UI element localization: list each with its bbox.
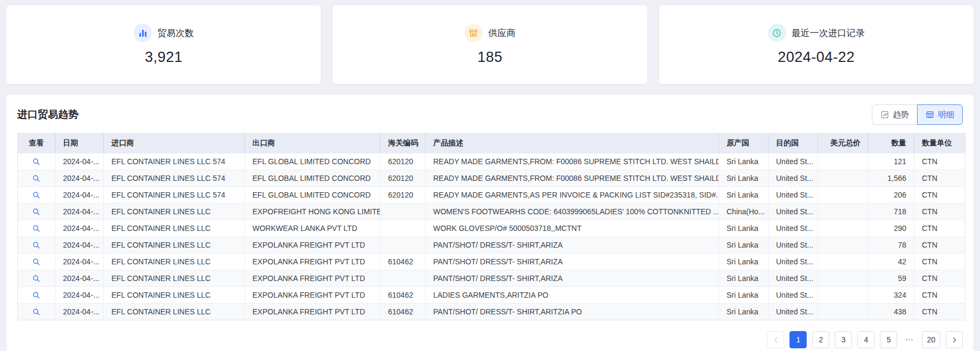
pagination-prev-button <box>767 331 784 348</box>
pagination-ellipsis[interactable]: ••• <box>903 337 916 342</box>
cell-hs-code <box>380 203 426 220</box>
cell-destination: United St... <box>769 287 818 304</box>
cell-hs-code: 620120 <box>380 153 426 170</box>
cell-quantity: 78 <box>869 237 914 254</box>
cell-hs-code <box>380 237 426 254</box>
cell-exporter: EXPOFREIGHT HONG KONG LIMITED <box>245 203 380 220</box>
cell-origin: Sri Lanka <box>719 153 769 170</box>
cell-description: PANT/SHOT/ DRESS/T- SHIRT,ARIZA <box>426 237 719 254</box>
search-icon[interactable] <box>32 191 40 199</box>
cell-date: 2024-04-... <box>55 170 104 187</box>
view-cell <box>18 270 55 287</box>
cell-description: WORK GLOVESP/O# 5000503718,,MCTNT <box>426 220 719 237</box>
table-row: 2024-04-...EFL CONTAINER LINES LLCEXPOLA… <box>18 237 965 254</box>
cell-destination: United St... <box>769 153 818 170</box>
search-icon[interactable] <box>32 224 40 233</box>
cell-usd-total <box>818 254 869 270</box>
cell-quantity: 438 <box>869 304 914 320</box>
pagination-page-button[interactable]: 3 <box>835 331 852 348</box>
cell-date: 2024-04-... <box>55 220 104 237</box>
trend-view-button[interactable]: 趋势 <box>872 104 918 125</box>
cell-origin: China(Ho... <box>719 203 769 220</box>
table-grid-icon <box>926 110 934 119</box>
search-icon[interactable] <box>32 308 40 316</box>
cell-date: 2024-04-... <box>55 287 104 304</box>
cell-usd-total <box>818 203 869 220</box>
pagination: 12345•••20 <box>17 331 963 348</box>
search-icon[interactable] <box>32 174 40 182</box>
search-icon[interactable] <box>32 275 40 283</box>
pagination-page-button[interactable]: 2 <box>812 331 829 348</box>
cell-importer: EFL CONTAINER LINES LLC 574 <box>104 153 245 170</box>
view-toggle-group: 趋势 明细 <box>872 104 963 125</box>
detail-view-button[interactable]: 明细 <box>917 104 963 125</box>
cell-unit: CTN <box>914 304 965 320</box>
panel-header: 进口贸易趋势 趋势 <box>17 104 963 125</box>
stat-card-latest-import: 最近一次进口记录 2024-04-22 <box>659 5 974 84</box>
column-header: 原产国 <box>719 134 769 153</box>
stat-card-suppliers: 供应商 185 <box>333 5 647 84</box>
trade-dashboard-page: 贸易次数 3,921 供应商 185 <box>0 0 980 351</box>
search-icon[interactable] <box>32 158 40 166</box>
cell-usd-total <box>818 187 869 203</box>
cell-date: 2024-04-... <box>55 153 104 170</box>
cell-origin: Sri Lanka <box>719 237 769 254</box>
cell-origin: Sri Lanka <box>719 304 769 320</box>
search-icon[interactable] <box>32 241 40 249</box>
cell-hs-code: 610462 <box>380 304 426 320</box>
stat-card-header: 最近一次进口记录 <box>768 24 865 42</box>
pagination-page-button[interactable]: 5 <box>880 331 897 348</box>
cell-date: 2024-04-... <box>55 187 104 203</box>
trend-view-label: 趋势 <box>893 110 909 120</box>
cell-importer: EFL CONTAINER LINES LLC 574 <box>104 170 245 187</box>
table-row: 2024-04-...EFL CONTAINER LINES LLCEXPOLA… <box>18 254 965 270</box>
cell-destination: United St... <box>769 170 818 187</box>
cell-unit: CTN <box>914 287 965 304</box>
cell-description: LADIES GARMENTS,ARITZIA PO <box>426 287 719 304</box>
cell-destination: United St... <box>769 270 818 287</box>
pagination-last-page-button[interactable]: 20 <box>922 331 940 348</box>
cell-usd-total <box>818 170 869 187</box>
column-header: 数量单位 <box>914 134 965 153</box>
column-header: 日期 <box>55 134 104 153</box>
cell-exporter: EXPOLANKA FREIGHT PVT LTD <box>245 237 380 254</box>
cell-unit: CTN <box>914 170 965 187</box>
cell-description: READY MADE GARMENTS,AS PER INVOICE & PAC… <box>426 187 719 203</box>
cell-exporter: EXPOLANKA FREIGHT PVT LTD <box>245 287 380 304</box>
column-header: 出口商 <box>245 134 380 153</box>
pagination-next-button[interactable] <box>946 331 963 348</box>
trade-records-table-wrap: 查看日期进口商出口商海关编码产品描述原产国目的国美元总价数量数量单位 2024-… <box>17 133 963 320</box>
cell-destination: United St... <box>769 187 818 203</box>
cell-description: PANT/SHOT/ DRESS/T- SHIRT,ARIZA <box>426 254 719 270</box>
cell-exporter: EXPOLANKA FREIGHT PVT LTD <box>245 270 380 287</box>
stat-card-trade-count: 贸易次数 3,921 <box>6 5 321 84</box>
cell-usd-total <box>818 220 869 237</box>
cell-description: PANT/SHOT/ DRESS/T- SHIRT,ARITZIA PO <box>426 304 719 320</box>
pagination-page-button[interactable]: 4 <box>857 331 875 348</box>
shop-icon <box>464 24 483 42</box>
cell-origin: Sri Lanka <box>719 254 769 270</box>
stat-cards-row: 贸易次数 3,921 供应商 185 <box>6 5 974 84</box>
pagination-page-button[interactable]: 1 <box>789 331 807 348</box>
cell-date: 2024-04-... <box>55 237 104 254</box>
view-cell <box>18 287 55 304</box>
cell-importer: EFL CONTAINER LINES LLC <box>104 203 245 220</box>
table-row: 2024-04-...EFL CONTAINER LINES LLC 574EF… <box>18 187 965 203</box>
column-header: 产品描述 <box>426 134 719 153</box>
cell-exporter: EFL GLOBAL LIMITED CONCORD <box>245 153 380 170</box>
clock-icon <box>768 24 786 42</box>
table-header-row: 查看日期进口商出口商海关编码产品描述原产国目的国美元总价数量数量单位 <box>18 134 965 153</box>
search-icon[interactable] <box>32 208 40 216</box>
stat-card-value: 2024-04-22 <box>778 49 855 66</box>
cell-quantity: 1,566 <box>869 170 914 187</box>
cell-hs-code: 610462 <box>380 254 426 270</box>
search-icon[interactable] <box>32 291 40 299</box>
cell-usd-total <box>818 237 869 254</box>
cell-unit: CTN <box>914 187 965 203</box>
stat-card-value: 185 <box>477 49 503 66</box>
detail-view-label: 明细 <box>938 110 954 120</box>
stat-card-value: 3,921 <box>145 49 182 66</box>
search-icon[interactable] <box>32 258 40 266</box>
cell-importer: EFL CONTAINER LINES LLC <box>104 287 245 304</box>
cell-date: 2024-04-... <box>55 254 104 270</box>
